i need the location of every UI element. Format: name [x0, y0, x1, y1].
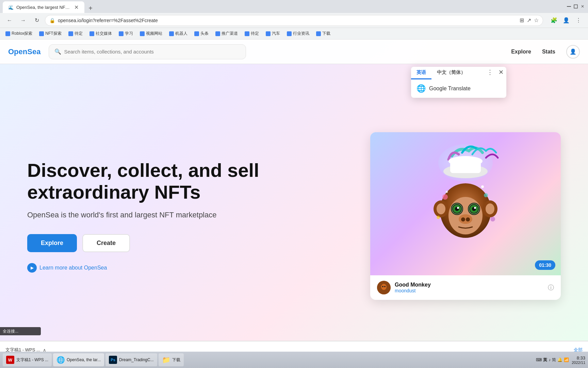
translate-popup: 英语 中文（简体） ⋮ ✕ 🌐 Google Translate [411, 67, 506, 98]
network-icon[interactable]: 📶 [564, 357, 569, 362]
translate-body: 🌐 Google Translate [411, 79, 506, 98]
translate-lang-english[interactable]: 英语 [411, 67, 431, 79]
svg-point-24 [466, 217, 470, 221]
share-icon[interactable]: ↗ [527, 17, 531, 24]
url-text: opensea.io/login?referrer=%2Fasset%2Fcre… [58, 18, 517, 23]
taskbar-photoshop-label: Dream_TradingC... [119, 357, 154, 362]
address-bar[interactable]: 🔒 opensea.io/login?referrer=%2Fasset%2Fc… [45, 15, 543, 26]
bookmark-download[interactable]: 下载 [313, 29, 333, 38]
date-display: 2022/11 [572, 361, 585, 365]
bookmark-icon-pending1 [68, 31, 73, 36]
nav-stats[interactable]: Stats [542, 49, 555, 55]
taskbar-wps[interactable]: W 文字稿1 - WPS ... [3, 353, 52, 366]
svg-point-32 [381, 284, 387, 290]
input-method-icon[interactable]: 简 [552, 357, 556, 363]
title-bar: 🌊 OpenSea, the largest NFT mar... ✕ + ✕ [0, 0, 588, 13]
back-button[interactable]: ← [4, 15, 15, 26]
taskbar-explorer[interactable]: 📁 下载 [159, 353, 184, 366]
nav-explore[interactable]: Explore [511, 49, 531, 55]
tab-bar: 🌊 OpenSea, the largest NFT mar... ✕ + [3, 0, 95, 13]
bookmark-car[interactable]: 汽车 [263, 29, 283, 38]
monkey-artwork [418, 142, 513, 265]
nft-creator[interactable]: moondust [395, 288, 544, 293]
create-button[interactable]: Create [82, 234, 130, 252]
header-nav: Explore Stats 👤 [511, 45, 580, 59]
reload-button[interactable]: ↻ [31, 15, 42, 26]
learn-more-link[interactable]: ▶ Learn more about OpenSea [27, 263, 370, 273]
bookmark-label: 学习 [125, 31, 133, 36]
bookmark-industry[interactable]: 行业资讯 [284, 29, 312, 38]
page-loading-status: 全连接... [0, 327, 41, 335]
bookmark-social[interactable]: 社交媒体 [87, 29, 115, 38]
main-content: OpenSea 🔍 Explore Stats 👤 Discover, coll… [0, 40, 588, 368]
browser-actions: 🧩 👤 ⋮ [549, 15, 584, 26]
taskbar-photoshop[interactable]: Ps Dream_TradingC... [105, 353, 157, 366]
opensea-logo[interactable]: OpenSea [8, 47, 40, 56]
bookmark-label: 待定 [75, 31, 83, 36]
volume-icon[interactable]: ♪ [549, 357, 551, 362]
svg-point-26 [484, 193, 488, 197]
bookmark-promotion[interactable]: 推广渠道 [213, 29, 241, 38]
browser-frame: 🌊 OpenSea, the largest NFT mar... ✕ + ✕ … [0, 0, 588, 368]
nft-info-icon[interactable]: ⓘ [548, 283, 554, 292]
minimize-button[interactable] [566, 4, 572, 9]
bookmark-video[interactable]: 视频网站 [137, 29, 165, 38]
svg-rect-0 [567, 6, 571, 7]
play-icon: ▶ [27, 263, 37, 273]
bookmark-robot[interactable]: 机器人 [166, 29, 190, 38]
svg-point-8 [437, 203, 445, 214]
bookmark-pending2[interactable]: 待定 [242, 29, 262, 38]
bookmark-icon-promotion [215, 31, 220, 36]
bookmark-learning[interactable]: 学习 [116, 29, 136, 38]
new-tab-button[interactable]: + [86, 3, 95, 13]
svg-point-23 [461, 217, 465, 221]
translate-close-button[interactable]: ✕ [495, 67, 506, 78]
bookmark-icon-video [140, 31, 145, 36]
bookmark-label: 待定 [251, 31, 259, 36]
forward-button[interactable]: → [18, 15, 29, 26]
bookmark-icon-social [89, 31, 94, 36]
search-icon: 🔍 [54, 48, 61, 55]
extensions-icon[interactable]: 🧩 [549, 15, 559, 26]
close-button[interactable]: ✕ [580, 4, 585, 9]
nft-name: Good Monkey [395, 282, 544, 288]
svg-point-28 [490, 217, 495, 221]
taskbar-chrome[interactable]: 🌐 OpenSea, the lar... [53, 353, 104, 366]
bookmark-nft[interactable]: NFT探索 [36, 29, 64, 38]
timer-badge: 01:30 [535, 260, 555, 270]
bookmark-label: NFT探索 [45, 31, 61, 36]
maximize-button[interactable] [573, 4, 578, 9]
svg-point-22 [459, 214, 472, 224]
translate-page-icon[interactable]: ⊞ [520, 17, 524, 24]
search-input[interactable] [64, 49, 240, 55]
search-bar[interactable]: 🔍 [49, 44, 246, 59]
bookmark-icon[interactable]: ☆ [534, 17, 539, 24]
translate-tab-bar: 英语 中文（简体） ⋮ ✕ [411, 67, 506, 79]
bookmark-label: 头条 [200, 31, 209, 36]
bookmark-label: 社交媒体 [96, 31, 112, 36]
bookmark-roblox[interactable]: Roblox探索 [3, 29, 35, 38]
bookmark-headline[interactable]: 头条 [192, 29, 211, 38]
notification-icon[interactable]: 🔔 [557, 357, 562, 362]
svg-point-21 [474, 207, 476, 209]
nft-card[interactable]: 01:30 [370, 132, 561, 300]
loading-text: 全连接... [3, 328, 18, 334]
translate-more-button[interactable]: ⋮ [485, 67, 495, 78]
svg-point-30 [446, 191, 448, 193]
menu-button[interactable]: ⋮ [573, 15, 584, 26]
language-icon[interactable]: 英 [543, 357, 547, 363]
nft-info: Good Monkey moondust ⓘ [370, 275, 561, 300]
learn-more-text: Learn more about OpenSea [39, 265, 107, 271]
svg-rect-1 [574, 5, 577, 8]
keyboard-icon[interactable]: ⌨ [536, 357, 542, 362]
bookmark-label: 汽车 [272, 31, 280, 36]
close-tab-button[interactable]: ✕ [74, 4, 79, 10]
user-avatar-icon[interactable]: 👤 [566, 45, 580, 59]
active-tab[interactable]: 🌊 OpenSea, the largest NFT mar... ✕ [3, 1, 84, 13]
hero-title: Discover, collect, and sell extraordinar… [27, 159, 370, 203]
taskbar-clock[interactable]: 8:33 2022/11 [572, 355, 585, 365]
translate-lang-chinese[interactable]: 中文（简体） [431, 67, 471, 79]
bookmark-pending1[interactable]: 待定 [66, 29, 85, 38]
profile-icon[interactable]: 👤 [561, 15, 572, 26]
explore-button[interactable]: Explore [27, 234, 77, 252]
